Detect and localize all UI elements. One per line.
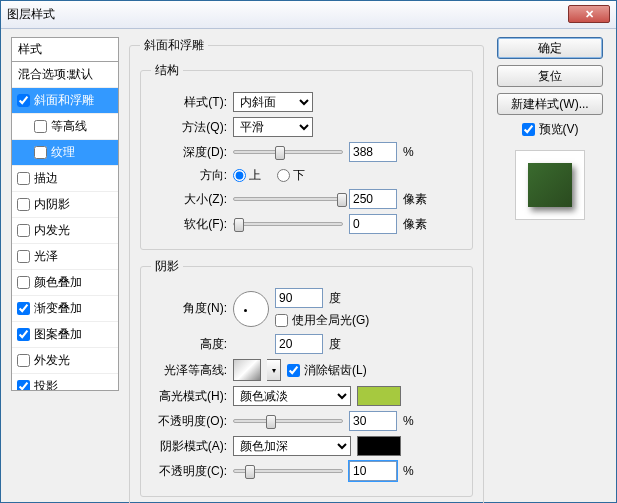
settings-panel: 斜面和浮雕 结构 样式(T): 内斜面 方法(Q): 平滑 深度(D): % 方…: [129, 37, 484, 492]
btn-ok[interactable]: 确定: [497, 37, 603, 59]
sel-highlight-mode[interactable]: 颜色减淡: [233, 386, 351, 406]
chk-outer-glow[interactable]: [17, 354, 30, 367]
bevel-fieldset: 斜面和浮雕 结构 样式(T): 内斜面 方法(Q): 平滑 深度(D): % 方…: [129, 37, 484, 503]
lbl-depth: 深度(D):: [151, 144, 227, 161]
styles-panel: 样式 混合选项:默认 斜面和浮雕 等高线 纹理 描边 内阴影 内发光 光泽 颜色…: [11, 37, 119, 492]
bevel-legend: 斜面和浮雕: [140, 37, 208, 54]
sel-technique[interactable]: 平滑: [233, 117, 313, 137]
radio-up[interactable]: 上: [233, 167, 261, 184]
inp-sh-opacity[interactable]: [349, 461, 397, 481]
btn-new-style[interactable]: 新建样式(W)...: [497, 93, 603, 115]
radio-down[interactable]: 下: [277, 167, 305, 184]
style-bevel[interactable]: 斜面和浮雕: [12, 88, 118, 114]
style-drop-shadow[interactable]: 投影: [12, 374, 118, 391]
chk-inner-glow[interactable]: [17, 224, 30, 237]
layer-style-dialog: 图层样式 ✕ 样式 混合选项:默认 斜面和浮雕 等高线 纹理 描边 内阴影 内发…: [0, 0, 617, 503]
style-texture[interactable]: 纹理: [12, 140, 118, 166]
inp-depth[interactable]: [349, 142, 397, 162]
shading-fieldset: 阴影 角度(N): 度 使用全局光(G) 高度: 度 光泽等高线: ▾ 消除锯齿…: [140, 258, 473, 497]
slider-depth[interactable]: [233, 150, 343, 154]
chk-bevel[interactable]: [17, 94, 30, 107]
chk-stroke[interactable]: [17, 172, 30, 185]
inp-altitude[interactable]: [275, 334, 323, 354]
actions-panel: 确定 复位 新建样式(W)... 预览(V): [494, 37, 606, 492]
style-contour[interactable]: 等高线: [12, 114, 118, 140]
styles-header[interactable]: 样式: [11, 37, 119, 61]
inp-hl-opacity[interactable]: [349, 411, 397, 431]
preview-swatch: [528, 163, 572, 207]
chk-antialias[interactable]: 消除锯齿(L): [287, 362, 367, 379]
slider-hl-opacity[interactable]: [233, 419, 343, 423]
style-inner-shadow[interactable]: 内阴影: [12, 192, 118, 218]
inp-angle[interactable]: [275, 288, 323, 308]
chk-satin[interactable]: [17, 250, 30, 263]
lbl-highlight-mode: 高光模式(H):: [151, 388, 227, 405]
style-color-overlay[interactable]: 颜色叠加: [12, 270, 118, 296]
preview-box: [515, 150, 585, 220]
chk-pattern-overlay[interactable]: [17, 328, 30, 341]
lbl-technique: 方法(Q):: [151, 119, 227, 136]
blend-options[interactable]: 混合选项:默认: [12, 62, 118, 88]
inp-soften[interactable]: [349, 214, 397, 234]
chk-preview[interactable]: 预览(V): [522, 121, 579, 138]
lbl-size: 大小(Z):: [151, 191, 227, 208]
chk-drop-shadow[interactable]: [17, 380, 30, 391]
chk-gradient-overlay[interactable]: [17, 302, 30, 315]
lbl-sh-opacity: 不透明度(C):: [151, 463, 227, 480]
shadow-color[interactable]: [357, 436, 401, 456]
chk-inner-shadow[interactable]: [17, 198, 30, 211]
lbl-gloss-contour: 光泽等高线:: [151, 362, 227, 379]
lbl-soften: 软化(F):: [151, 216, 227, 233]
slider-sh-opacity[interactable]: [233, 469, 343, 473]
chk-contour[interactable]: [34, 120, 47, 133]
highlight-color[interactable]: [357, 386, 401, 406]
chk-global-light[interactable]: 使用全局光(G): [275, 312, 369, 329]
structure-legend: 结构: [151, 62, 183, 79]
slider-size[interactable]: [233, 197, 343, 201]
chk-color-overlay[interactable]: [17, 276, 30, 289]
contour-swatch[interactable]: [233, 359, 261, 381]
close-button[interactable]: ✕: [568, 5, 610, 23]
lbl-altitude: 高度:: [151, 336, 227, 353]
inp-size[interactable]: [349, 189, 397, 209]
lbl-angle: 角度(N):: [151, 300, 227, 317]
style-satin[interactable]: 光泽: [12, 244, 118, 270]
style-stroke[interactable]: 描边: [12, 166, 118, 192]
chk-texture[interactable]: [34, 146, 47, 159]
style-outer-glow[interactable]: 外发光: [12, 348, 118, 374]
structure-fieldset: 结构 样式(T): 内斜面 方法(Q): 平滑 深度(D): % 方向: 上 下…: [140, 62, 473, 250]
style-inner-glow[interactable]: 内发光: [12, 218, 118, 244]
lbl-shadow-mode: 阴影模式(A):: [151, 438, 227, 455]
style-pattern-overlay[interactable]: 图案叠加: [12, 322, 118, 348]
styles-list: 混合选项:默认 斜面和浮雕 等高线 纹理 描边 内阴影 内发光 光泽 颜色叠加 …: [11, 61, 119, 391]
dialog-title: 图层样式: [7, 6, 55, 23]
btn-cancel[interactable]: 复位: [497, 65, 603, 87]
slider-soften[interactable]: [233, 222, 343, 226]
lbl-direction: 方向:: [151, 167, 227, 184]
lbl-style: 样式(T):: [151, 94, 227, 111]
sel-shadow-mode[interactable]: 颜色加深: [233, 436, 351, 456]
shading-legend: 阴影: [151, 258, 183, 275]
style-gradient-overlay[interactable]: 渐变叠加: [12, 296, 118, 322]
titlebar[interactable]: 图层样式 ✕: [1, 1, 616, 29]
angle-wheel[interactable]: [233, 291, 269, 327]
lbl-hl-opacity: 不透明度(O):: [151, 413, 227, 430]
contour-dropdown[interactable]: ▾: [267, 359, 281, 381]
sel-style[interactable]: 内斜面: [233, 92, 313, 112]
